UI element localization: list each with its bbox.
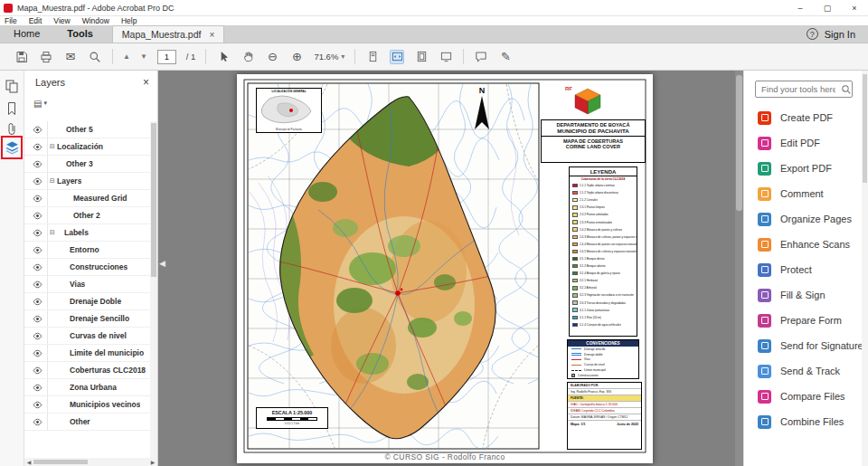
minimize-button[interactable]: – <box>787 0 814 15</box>
menu-item[interactable]: Help <box>121 16 137 25</box>
legend-color-swatch <box>572 220 578 223</box>
tab-home[interactable]: Home <box>0 25 53 43</box>
tool-item[interactable]: Organize Pages <box>744 206 868 232</box>
presentation-view-icon[interactable] <box>439 50 453 64</box>
tool-item[interactable]: Combine Files <box>744 409 868 434</box>
eye-visibility-icon[interactable] <box>31 379 48 395</box>
tools-vertical-scrollbar[interactable] <box>862 71 868 466</box>
tool-item[interactable]: Prepare Form <box>744 308 868 333</box>
eye-visibility-icon[interactable] <box>31 138 48 155</box>
layer-row[interactable]: ⊟ Localización <box>24 138 150 156</box>
menu-item[interactable]: File <box>5 16 17 25</box>
print-icon[interactable] <box>39 50 53 64</box>
layers-options-button[interactable]: ▤ ▾ <box>24 94 157 112</box>
eye-visibility-icon[interactable] <box>31 242 48 258</box>
expand-group-icon[interactable]: ⊟ <box>48 143 57 150</box>
eye-visibility-icon[interactable] <box>31 396 48 413</box>
select-tool-icon[interactable] <box>216 50 231 64</box>
tool-item[interactable]: Send for Signature <box>744 333 868 358</box>
layer-row[interactable]: ⊟ Layers <box>24 173 150 190</box>
menu-item[interactable]: View <box>53 16 70 25</box>
page-number-input[interactable]: 1 <box>157 50 176 64</box>
layer-row[interactable]: Other 5 <box>24 121 150 138</box>
tool-item[interactable]: Compare Files <box>744 384 868 409</box>
hand-tool-icon[interactable] <box>241 50 255 64</box>
tab-tools[interactable]: Tools <box>53 25 107 43</box>
next-page-icon[interactable]: ▼ <box>140 52 147 61</box>
pencil-icon[interactable]: ✎ <box>498 50 513 64</box>
eye-visibility-icon[interactable] <box>31 414 48 430</box>
layers-horizontal-scrollbar[interactable]: ◀ ▶ <box>24 458 157 466</box>
expand-group-icon[interactable]: ⊟ <box>48 177 57 185</box>
layer-row[interactable]: Coberturas CLC2018 <box>24 362 150 379</box>
layers-vertical-scrollbar[interactable] <box>150 121 157 458</box>
eye-visibility-icon[interactable] <box>31 173 48 189</box>
layer-row[interactable]: Limite del municipio <box>24 345 150 362</box>
save-icon[interactable] <box>14 50 29 64</box>
layer-row[interactable]: ⊟ Labels <box>24 224 150 242</box>
tool-item[interactable]: Create PDF <box>744 105 868 130</box>
document-vertical-scrollbar[interactable] <box>735 71 743 466</box>
document-view[interactable]: ◀ <box>158 71 743 466</box>
layer-row[interactable]: Vias <box>24 276 150 293</box>
email-icon[interactable]: ✉ <box>63 50 78 64</box>
layer-row[interactable]: Drenaje Sencillo <box>24 310 150 328</box>
eye-visibility-icon[interactable] <box>31 156 48 172</box>
layer-row[interactable]: Zona Urbana <box>24 379 150 396</box>
page-thumbnails-icon[interactable] <box>5 79 20 94</box>
sign-in-button[interactable]: Sign In <box>825 29 855 40</box>
comment-bubble-icon[interactable] <box>474 50 488 64</box>
tool-item[interactable]: Comment <box>744 181 868 206</box>
eye-visibility-icon[interactable] <box>31 293 48 309</box>
eye-visibility-icon[interactable] <box>31 310 48 327</box>
single-page-view-icon[interactable] <box>365 50 380 64</box>
close-tab-icon[interactable]: × <box>209 30 214 40</box>
layer-row[interactable]: Drenaje Doble <box>24 293 150 310</box>
previous-page-icon[interactable]: ▲ <box>123 52 130 61</box>
menu-item[interactable]: Window <box>82 16 109 25</box>
eye-visibility-icon[interactable] <box>31 276 48 292</box>
tool-item[interactable]: Fill & Sign <box>744 282 868 308</box>
layer-row[interactable]: Municipios vecinos <box>24 396 150 414</box>
search-icon[interactable] <box>88 50 102 64</box>
layer-row[interactable]: Entorno <box>24 242 150 259</box>
scroll-right-icon[interactable]: ▶ <box>148 459 157 465</box>
collapse-panel-icon[interactable]: ◀ <box>159 259 165 268</box>
layer-row[interactable]: Measured Grid <box>24 190 150 207</box>
tool-item[interactable]: Enhance Scans <box>744 232 868 257</box>
eye-visibility-icon[interactable] <box>31 362 48 378</box>
bookmarks-icon[interactable] <box>5 101 20 117</box>
zoom-out-icon[interactable]: ⊖ <box>265 50 279 64</box>
layer-row[interactable]: Construcciones <box>24 259 150 276</box>
eye-visibility-icon[interactable] <box>31 207 48 223</box>
close-button[interactable]: × <box>841 0 868 15</box>
tool-item[interactable]: Send & Track <box>744 358 868 384</box>
eye-visibility-icon[interactable] <box>31 259 48 275</box>
eye-visibility-icon[interactable] <box>31 224 48 241</box>
tool-item[interactable]: Export PDF <box>744 156 868 181</box>
expand-group-icon[interactable]: ⊟ <box>48 229 57 236</box>
maximize-button[interactable]: ▢ <box>814 0 841 15</box>
menu-item[interactable]: Edit <box>29 16 42 25</box>
close-panel-icon[interactable]: × <box>143 76 149 89</box>
tool-label: Comment <box>780 188 824 199</box>
source-line-1: IGAC. Cartografía básica 1:25.000 <box>568 402 641 408</box>
fit-page-view-icon[interactable] <box>414 50 429 64</box>
zoom-level-dropdown[interactable]: 71.6% ▾ <box>314 52 344 62</box>
zoom-in-icon[interactable]: ⊕ <box>289 50 304 64</box>
eye-visibility-icon[interactable] <box>31 328 48 344</box>
layer-row[interactable]: Other 3 <box>24 156 150 173</box>
layer-row[interactable]: Curvas de nivel <box>24 328 150 345</box>
eye-visibility-icon[interactable] <box>31 190 48 206</box>
tool-item[interactable]: Protect <box>744 257 868 282</box>
tab-document[interactable]: Mapa_Muestra.pdf × <box>112 25 224 43</box>
layer-row[interactable]: Other <box>24 414 150 431</box>
help-icon[interactable]: ? <box>807 28 818 40</box>
layer-row[interactable]: Other 2 <box>24 207 150 224</box>
tools-search-input[interactable] <box>755 81 853 98</box>
eye-visibility-icon[interactable] <box>31 121 48 138</box>
eye-visibility-icon[interactable] <box>31 345 48 361</box>
fit-width-view-icon[interactable] <box>390 50 404 64</box>
tool-item[interactable]: Edit PDF <box>744 130 868 156</box>
scroll-left-icon[interactable]: ◀ <box>24 459 33 465</box>
